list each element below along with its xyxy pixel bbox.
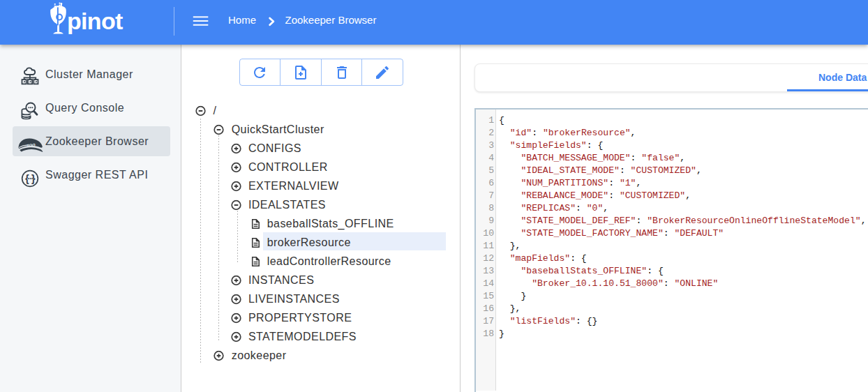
svg-text:zoo: zoo <box>26 141 36 149</box>
